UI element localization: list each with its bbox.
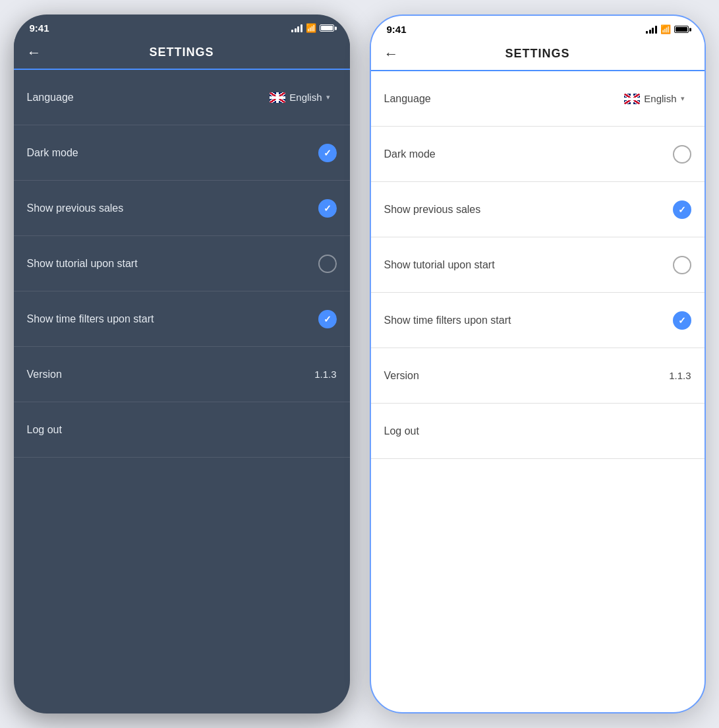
settings-title-light: SETTINGS bbox=[505, 47, 569, 61]
show-previous-sales-row-light[interactable]: Show previous sales ✓ bbox=[371, 182, 705, 237]
status-bar-dark: 9:41 📶 bbox=[14, 15, 350, 39]
show-previous-sales-label-light: Show previous sales bbox=[384, 204, 481, 216]
dark-mode-label-light: Dark mode bbox=[384, 148, 436, 160]
show-time-filters-checkbox-light[interactable]: ✓ bbox=[673, 311, 691, 330]
show-time-filters-toggle-dark[interactable]: ✓ bbox=[318, 310, 337, 328]
version-value-dark: 1.1.3 bbox=[314, 369, 336, 380]
signal-icon-light bbox=[646, 26, 657, 34]
logout-row-dark[interactable]: Log out bbox=[14, 402, 350, 458]
show-tutorial-toggle-light[interactable] bbox=[673, 256, 691, 274]
settings-title-dark: SETTINGS bbox=[149, 46, 214, 59]
chevron-down-icon-dark: ▾ bbox=[326, 93, 330, 102]
logout-label-light: Log out bbox=[384, 425, 419, 437]
light-phone: 9:41 📶 ← SETTINGS Language English ▾ bbox=[370, 15, 706, 713]
show-tutorial-checkbox-light[interactable] bbox=[673, 256, 691, 274]
language-value-light: English bbox=[644, 93, 676, 104]
version-row-dark: Version 1.1.3 bbox=[14, 347, 350, 402]
show-tutorial-checkbox-dark[interactable] bbox=[318, 255, 337, 273]
wifi-icon-dark: 📶 bbox=[306, 23, 316, 33]
show-tutorial-label-dark: Show tutorial upon start bbox=[27, 258, 138, 270]
show-tutorial-toggle-dark[interactable] bbox=[318, 255, 337, 273]
dark-mode-label-dark: Dark mode bbox=[27, 147, 78, 159]
check-mark-icon-5: ✓ bbox=[678, 316, 686, 325]
uk-flag-icon-dark bbox=[270, 92, 285, 103]
check-mark-icon-3: ✓ bbox=[324, 315, 331, 324]
check-mark-icon-4: ✓ bbox=[678, 205, 686, 214]
show-tutorial-label-light: Show tutorial upon start bbox=[384, 259, 495, 271]
version-label-light: Version bbox=[384, 370, 419, 382]
battery-icon-light bbox=[674, 26, 689, 33]
status-time-light: 9:41 bbox=[387, 24, 407, 35]
signal-icon-dark bbox=[291, 24, 302, 32]
show-time-filters-label-dark: Show time filters upon start bbox=[27, 313, 154, 325]
version-value-light: 1.1.3 bbox=[669, 370, 691, 381]
show-time-filters-label-light: Show time filters upon start bbox=[384, 315, 511, 326]
language-row-light[interactable]: Language English ▾ bbox=[371, 71, 705, 127]
chevron-down-icon-light: ▾ bbox=[681, 94, 685, 103]
version-value-container-dark: 1.1.3 bbox=[314, 369, 336, 380]
status-time-dark: 9:41 bbox=[30, 22, 49, 34]
wifi-icon-light: 📶 bbox=[660, 24, 671, 34]
show-previous-sales-row-dark[interactable]: Show previous sales ✓ bbox=[14, 181, 350, 236]
check-mark-icon-2: ✓ bbox=[324, 204, 331, 213]
show-previous-sales-label-dark: Show previous sales bbox=[27, 202, 124, 214]
show-previous-sales-checkbox-dark[interactable]: ✓ bbox=[318, 199, 337, 218]
language-selector-dark[interactable]: English ▾ bbox=[263, 88, 336, 106]
dark-mode-row-dark[interactable]: Dark mode ✓ bbox=[14, 125, 350, 181]
dark-mode-toggle-dark[interactable]: ✓ bbox=[318, 144, 337, 162]
dark-mode-toggle-light[interactable] bbox=[673, 145, 691, 164]
language-label-light: Language bbox=[384, 93, 431, 105]
version-label-dark: Version bbox=[27, 369, 62, 380]
back-button-dark[interactable]: ← bbox=[27, 44, 42, 61]
status-icons-dark: 📶 bbox=[291, 23, 334, 33]
dark-mode-row-light[interactable]: Dark mode bbox=[371, 127, 705, 182]
show-previous-sales-checkbox-light[interactable]: ✓ bbox=[673, 200, 691, 219]
header-dark: ← SETTINGS bbox=[14, 39, 350, 70]
dark-mode-checkbox-light[interactable] bbox=[673, 145, 691, 164]
status-bar-light: 9:41 📶 bbox=[371, 16, 705, 40]
language-selector-light[interactable]: English ▾ bbox=[618, 90, 691, 107]
show-time-filters-checkbox-dark[interactable]: ✓ bbox=[318, 310, 337, 328]
show-tutorial-row-dark[interactable]: Show tutorial upon start bbox=[14, 236, 350, 291]
show-time-filters-toggle-light[interactable]: ✓ bbox=[673, 311, 691, 330]
language-row-dark[interactable]: Language English ▾ bbox=[14, 70, 350, 125]
check-mark-icon: ✓ bbox=[324, 148, 331, 158]
header-light: ← SETTINGS bbox=[371, 40, 705, 71]
settings-list-light: Language English ▾ Dark mode Show previo… bbox=[371, 71, 705, 712]
language-label-dark: Language bbox=[27, 92, 74, 104]
battery-icon-dark bbox=[320, 24, 334, 32]
uk-flag-icon-light bbox=[624, 94, 640, 104]
version-value-container-light: 1.1.3 bbox=[669, 370, 691, 381]
back-button-light[interactable]: ← bbox=[384, 46, 399, 63]
dark-mode-checkbox-dark[interactable]: ✓ bbox=[318, 144, 337, 162]
version-row-light: Version 1.1.3 bbox=[371, 348, 705, 404]
show-tutorial-row-light[interactable]: Show tutorial upon start bbox=[371, 237, 705, 293]
dark-phone: 9:41 📶 ← SETTINGS Language English ▾ bbox=[14, 15, 350, 713]
language-value-dark: English bbox=[289, 92, 322, 103]
status-icons-light: 📶 bbox=[646, 24, 689, 34]
show-time-filters-row-light[interactable]: Show time filters upon start ✓ bbox=[371, 293, 705, 348]
show-time-filters-row-dark[interactable]: Show time filters upon start ✓ bbox=[14, 291, 350, 347]
show-previous-sales-toggle-dark[interactable]: ✓ bbox=[318, 199, 337, 218]
logout-label-dark: Log out bbox=[27, 424, 62, 436]
show-previous-sales-toggle-light[interactable]: ✓ bbox=[673, 200, 691, 219]
settings-list-dark: Language English ▾ Dark mode ✓ Show prev… bbox=[14, 70, 350, 713]
logout-row-light[interactable]: Log out bbox=[371, 404, 705, 459]
